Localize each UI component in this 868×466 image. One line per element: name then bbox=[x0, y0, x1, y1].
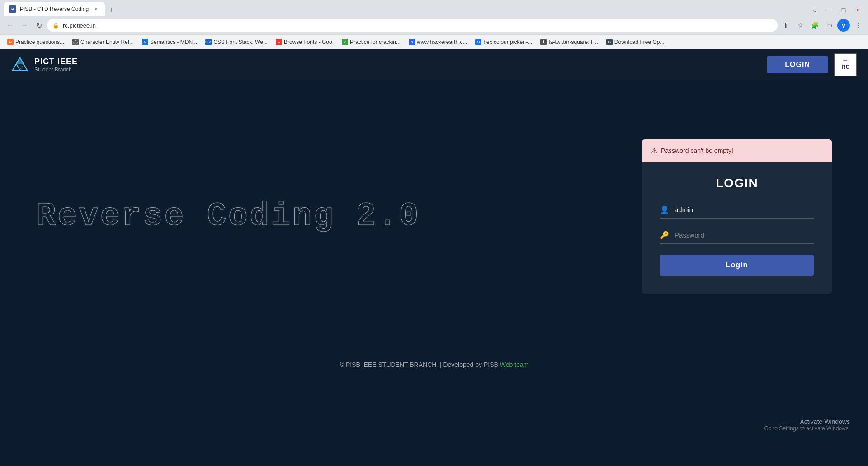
reload-button[interactable]: ↻ bbox=[33, 19, 45, 32]
bookmark-label-practice: Practice questions... bbox=[15, 39, 64, 45]
navbar-brand: PICT IEEE Student Branch bbox=[11, 56, 78, 74]
bookmark-favicon-mdn: M bbox=[142, 39, 148, 45]
tab-favicon: P bbox=[9, 5, 16, 13]
bookmark-label-hex-color: hex colour picker -... bbox=[483, 39, 532, 45]
login-title: LOGIN bbox=[660, 176, 814, 190]
username-input[interactable] bbox=[675, 204, 814, 215]
bookmark-label-practice-cracking: Practice for crackin... bbox=[350, 39, 401, 45]
navbar: PICT IEEE Student Branch LOGIN ≡≡ RC bbox=[0, 49, 868, 81]
password-input-group: 🔑 bbox=[660, 229, 814, 244]
error-alert: ⚠ Password can't be empty! bbox=[642, 139, 832, 162]
tab-title: PISB - CTD Reverse Coding bbox=[20, 6, 89, 12]
password-input[interactable] bbox=[675, 229, 814, 241]
bookmark-hackerearth[interactable]: h www.hackerearth.c... bbox=[405, 37, 471, 47]
activate-windows-title: Activate Windows bbox=[764, 418, 850, 425]
cast-button[interactable]: ▭ bbox=[823, 19, 835, 32]
active-tab[interactable]: P PISB - CTD Reverse Coding × bbox=[4, 2, 105, 16]
bookmark-label-mdn: Semantics - MDN... bbox=[150, 39, 197, 45]
activate-windows-subtitle: Go to Settings to activate Windows. bbox=[764, 425, 850, 432]
bookmark-entity[interactable]: ◯ Character Entity Ref... bbox=[69, 37, 137, 47]
bookmark-favicon-fa-twitter: f bbox=[540, 39, 547, 45]
hero-title-wrapper: Reverse Coding 2.0 bbox=[36, 198, 420, 235]
bookmark-favicon-practice: P bbox=[7, 39, 14, 45]
hero-title: Reverse Coding 2.0 bbox=[36, 198, 420, 235]
brand-logo-icon bbox=[11, 56, 29, 74]
bookmarks-bar: P Practice questions... ◯ Character Enti… bbox=[0, 34, 868, 49]
bookmark-browse-fonts[interactable]: F Browse Fonts - Goo. bbox=[272, 37, 337, 47]
lock-icon: 🔒 bbox=[52, 22, 59, 29]
tab-bar: P PISB - CTD Reverse Coding × + ⌵ − □ × bbox=[0, 0, 868, 16]
bookmark-favicon-hackerearth: h bbox=[409, 39, 415, 45]
footer-text: © PISB IEEE STUDENT BRANCH || Developed … bbox=[340, 361, 498, 368]
navbar-right: LOGIN ≡≡ RC bbox=[767, 53, 857, 76]
user-icon: 👤 bbox=[660, 205, 669, 214]
bookmark-hex-color[interactable]: G hex colour picker -... bbox=[472, 37, 536, 47]
brand-text: PICT IEEE Student Branch bbox=[34, 57, 78, 73]
back-button[interactable]: ← bbox=[4, 19, 16, 32]
bookmark-label-hackerearth: www.hackerearth.c... bbox=[417, 39, 467, 45]
bookmark-label-browse-fonts: Browse Fonts - Goo. bbox=[284, 39, 334, 45]
extensions-button[interactable]: 🧩 bbox=[808, 19, 821, 32]
maximize-button[interactable]: □ bbox=[837, 4, 850, 16]
bookmark-fa-twitter[interactable]: f fa-twitter-square: F... bbox=[537, 37, 601, 47]
bookmark-practice-cracking[interactable]: ∞ Practice for crackin... bbox=[338, 37, 404, 47]
page-content: PICT IEEE Student Branch LOGIN ≡≡ RC Rev… bbox=[0, 49, 868, 450]
bookmark-label-fa-twitter: fa-twitter-square: F... bbox=[548, 39, 598, 45]
login-card: ⚠ Password can't be empty! LOGIN 👤 🔑 Log… bbox=[642, 139, 832, 294]
tab-strip-right: ⌵ − □ × bbox=[808, 4, 864, 16]
bookmark-download[interactable]: D Download Free Op... bbox=[603, 37, 668, 47]
login-submit-button[interactable]: Login bbox=[660, 255, 814, 276]
address-bar[interactable]: 🔒 rc.pictieee.in bbox=[47, 19, 778, 32]
svg-line-2 bbox=[16, 64, 20, 70]
navbar-login-button[interactable]: LOGIN bbox=[767, 56, 828, 73]
browser-chrome: P PISB - CTD Reverse Coding × + ⌵ − □ × … bbox=[0, 0, 868, 49]
password-icon: 🔑 bbox=[660, 231, 669, 239]
svg-marker-1 bbox=[16, 57, 24, 64]
footer: © PISB IEEE STUDENT BRANCH || Developed … bbox=[0, 352, 868, 377]
brand-name: PICT IEEE bbox=[34, 57, 78, 67]
bookmark-mdn[interactable]: M Semantics - MDN... bbox=[138, 37, 201, 47]
username-input-group: 👤 bbox=[660, 204, 814, 219]
url-text: rc.pictieee.in bbox=[63, 22, 772, 29]
tab-search-button[interactable]: ⌵ bbox=[808, 4, 821, 16]
alert-icon: ⚠ bbox=[651, 147, 657, 155]
minimize-button[interactable]: − bbox=[823, 4, 835, 16]
bookmark-favicon-entity: ◯ bbox=[72, 39, 79, 45]
navbar-rc-icon: ≡≡ RC bbox=[834, 53, 857, 76]
address-bar-row: ← → ↻ 🔒 rc.pictieee.in ⬆ ☆ 🧩 ▭ V ⋮ bbox=[0, 16, 868, 34]
bookmark-favicon-hex-color: G bbox=[475, 39, 481, 45]
bookmark-favicon-download: D bbox=[606, 39, 613, 45]
bookmark-favicon-practice-cracking: ∞ bbox=[342, 39, 348, 45]
bookmark-label-css-font: CSS Font Stack: We... bbox=[213, 39, 268, 45]
tab-close-button[interactable]: × bbox=[92, 5, 99, 13]
bookmark-label-entity: Character Entity Ref... bbox=[80, 39, 134, 45]
bookmark-favicon-css-font: CSS bbox=[205, 39, 212, 45]
more-options-button[interactable]: ⋮ bbox=[852, 19, 864, 32]
browser-toolbar-right: ⬆ ☆ 🧩 ▭ V ⋮ bbox=[779, 19, 864, 32]
rc-icon-text: RC bbox=[842, 63, 849, 71]
login-body: LOGIN 👤 🔑 Login bbox=[642, 162, 832, 294]
bookmark-practice[interactable]: P Practice questions... bbox=[4, 37, 68, 47]
bookmark-star-button[interactable]: ☆ bbox=[794, 19, 807, 32]
footer-link[interactable]: Web team bbox=[500, 361, 529, 368]
close-window-button[interactable]: × bbox=[852, 4, 864, 16]
hero-section: Reverse Coding 2.0 ⚠ Password can't be e… bbox=[0, 81, 868, 352]
error-message: Password can't be empty! bbox=[661, 147, 733, 154]
svg-line-3 bbox=[20, 64, 24, 70]
forward-button[interactable]: → bbox=[18, 19, 31, 32]
bookmark-favicon-browse-fonts: F bbox=[276, 39, 282, 45]
bookmark-label-download: Download Free Op... bbox=[614, 39, 665, 45]
share-button[interactable]: ⬆ bbox=[779, 19, 792, 32]
brand-sub: Student Branch bbox=[34, 67, 78, 73]
profile-button[interactable]: V bbox=[837, 19, 850, 32]
bookmark-css-font[interactable]: CSS CSS Font Stack: We... bbox=[202, 37, 271, 47]
new-tab-button[interactable]: + bbox=[105, 4, 118, 16]
activate-windows-watermark: Activate Windows Go to Settings to activ… bbox=[764, 418, 850, 432]
